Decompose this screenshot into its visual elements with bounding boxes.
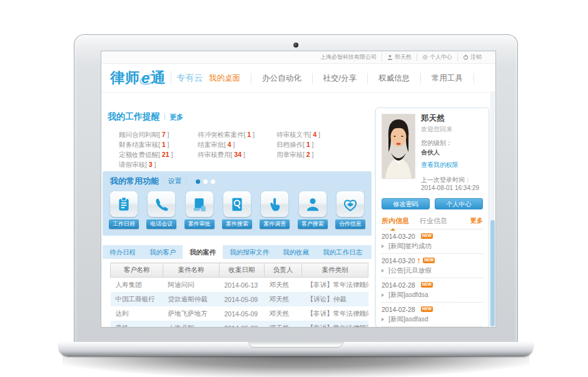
reminders-grid: 顾问合同到期7 财务结案审核1 定额收费提醒21 请假审核3 待冲突检索案件1 … bbox=[108, 129, 370, 169]
nav-social-share[interactable]: 社交/分享 bbox=[313, 73, 368, 84]
reminder-item[interactable]: 定额收费提醒21 bbox=[119, 149, 198, 159]
top-utility-bar: 上海必智科技有限公司 郑天然 个人中心 注销 bbox=[101, 51, 495, 64]
table-header-row: 客户名称 案件名称 收案日期 负责人 案件类别 bbox=[111, 263, 368, 278]
tab-internal-news[interactable]: 所内信息 bbox=[382, 217, 409, 224]
quick-functions-title: 我的常用功能 bbox=[110, 176, 159, 187]
reminder-item[interactable]: 归档操作1 bbox=[276, 139, 364, 149]
carousel-dot-active[interactable] bbox=[196, 179, 200, 184]
tab-my-clients[interactable]: 我的客户 bbox=[143, 245, 183, 259]
news-tabs: 所内信息 行业信息 更多 bbox=[382, 216, 483, 229]
col-client-name: 客户名称 bbox=[111, 263, 163, 278]
col-owner: 负责人 bbox=[265, 263, 302, 278]
divider bbox=[186, 178, 186, 184]
work-reminders-section: 我的工作提醒更多 顾问合同到期7 财务结案审核1 定额收费提醒21 请假审核3 … bbox=[108, 111, 370, 169]
profile-level-value: 合伙人 bbox=[421, 149, 479, 157]
logo-text-left: 律师 bbox=[110, 68, 140, 88]
search-doc-icon bbox=[229, 196, 245, 213]
content-tabs: 待办日程 我的客户 我的案件 我的报审文件 我的收藏 我的工作日志 bbox=[103, 245, 372, 259]
arrow-right-icon bbox=[382, 244, 386, 248]
reminder-item[interactable]: 结案审批4 bbox=[198, 139, 276, 149]
carousel-dots bbox=[196, 179, 215, 184]
reminder-item[interactable]: 财务结案审核1 bbox=[119, 139, 198, 149]
power-icon bbox=[463, 54, 469, 60]
browser-screen: 上海必智科技有限公司 郑天然 个人中心 注销 律师 e 通 专有云 bbox=[101, 51, 496, 328]
func-work-schedule[interactable]: 工作日程 bbox=[109, 191, 139, 229]
last-login-label: 上一次登录时间： bbox=[421, 176, 479, 184]
functions-settings-link[interactable]: 设置 bbox=[168, 177, 181, 186]
cases-table: 客户名称 案件名称 收案日期 负责人 案件类别 人寿集团阿迪问问2014-06-… bbox=[110, 263, 368, 328]
quick-functions-section: 我的常用功能 设置 工作日程 电话会议 bbox=[103, 171, 372, 236]
func-case-investigate[interactable]: 案件调查 bbox=[260, 191, 290, 229]
profile-sidebar-card: 郑天然 欢迎您回来 您的级别： 合伙人 查看我的权限 上一次登录时间： 2014… bbox=[375, 108, 489, 328]
nav-authority-info[interactable]: 权威信息 bbox=[368, 73, 421, 84]
reminder-item[interactable]: 顾问合同到期7 bbox=[119, 129, 198, 139]
quick-functions-row: 工作日程 电话会议 案件审批 案件搜索 案件调查 bbox=[103, 187, 372, 229]
main-nav: 我的桌面 办公自动化 社交/分享 权威信息 常用工具 bbox=[198, 64, 474, 92]
news-more-link[interactable]: 更多 bbox=[470, 216, 483, 225]
tab-my-work-log[interactable]: 我的工作日志 bbox=[316, 245, 369, 259]
news-item[interactable]: 2014-02-28NEW [新闻]asdfasd bbox=[382, 303, 483, 327]
avatar bbox=[382, 114, 415, 179]
table-row[interactable]: 人寿集团阿迪问问2014-06-13邓天然【非诉】常年法律顾问 bbox=[111, 278, 368, 293]
change-password-button[interactable]: 修改密码 bbox=[382, 198, 430, 209]
profile-info: 郑天然 欢迎您回来 您的级别： 合伙人 查看我的权限 上一次登录时间： 2014… bbox=[421, 114, 479, 193]
reminder-item[interactable]: 待审核文书4 bbox=[276, 129, 364, 139]
profile-level-label: 您的级别： bbox=[421, 139, 479, 148]
func-cooperation-info[interactable]: 合作信息 bbox=[335, 191, 365, 229]
reminder-item[interactable]: 请假审核3 bbox=[119, 159, 198, 169]
new-badge: NEW bbox=[421, 306, 433, 312]
arrow-right-icon bbox=[382, 318, 386, 321]
nav-office-automation[interactable]: 办公自动化 bbox=[251, 73, 313, 84]
arrow-right-icon bbox=[382, 269, 386, 273]
logout-link[interactable]: 注销 bbox=[457, 53, 487, 61]
stamp-doc-icon bbox=[191, 196, 208, 213]
reminder-item[interactable]: 待审核费用34 bbox=[198, 149, 276, 159]
webcam-dot bbox=[293, 43, 298, 48]
view-permissions-link[interactable]: 查看我的权限 bbox=[421, 161, 479, 169]
func-client-search[interactable]: 客户搜索 bbox=[298, 191, 328, 229]
reminders-more-link[interactable]: 更多 bbox=[170, 113, 183, 121]
reminders-col-2: 待冲突检索案件1 结案审批4 待审核费用34 bbox=[198, 129, 276, 169]
laptop-base bbox=[59, 342, 533, 356]
news-item[interactable]: 2014-03-20!NEW [公告]元旦放假 bbox=[382, 254, 483, 278]
reminder-item[interactable]: 用章审核2 bbox=[276, 149, 364, 159]
last-login-value: 2014-08-01 16:34:29 bbox=[421, 184, 479, 193]
news-item[interactable]: 2014-03-20NEW [新闻]签约成功 bbox=[382, 229, 483, 254]
tab-my-favorites[interactable]: 我的收藏 bbox=[276, 245, 316, 259]
handshake-heart-icon bbox=[342, 196, 358, 213]
scrollbar-thumb[interactable] bbox=[490, 220, 495, 326]
tab-industry-news[interactable]: 行业信息 bbox=[420, 217, 447, 224]
personal-center-link[interactable]: 个人中心 bbox=[417, 53, 457, 61]
arrow-right-icon bbox=[382, 293, 386, 297]
table-row[interactable]: 中国工商银行贷款逾期仲裁2014-05-09邓天然【诉讼】仲裁 bbox=[111, 292, 368, 306]
func-case-search[interactable]: 案件搜索 bbox=[222, 191, 252, 229]
reminders-col-1: 顾问合同到期7 财务结案审核1 定额收费提醒21 请假审核3 bbox=[119, 129, 198, 169]
quick-functions-header: 我的常用功能 设置 bbox=[103, 171, 372, 187]
tab-my-cases[interactable]: 我的案件 bbox=[183, 245, 223, 259]
tab-my-review-docs[interactable]: 我的报审文件 bbox=[223, 245, 276, 259]
carousel-dot[interactable] bbox=[211, 179, 215, 184]
carousel-dot[interactable] bbox=[203, 179, 208, 184]
tab-todo-schedule[interactable]: 待办日程 bbox=[103, 245, 143, 259]
divider bbox=[165, 114, 165, 120]
table-row[interactable]: 康机上海必智2014-05-08邓天然【非诉】常年法律顾问 bbox=[111, 321, 368, 328]
current-user[interactable]: 郑天然 bbox=[382, 53, 417, 61]
news-list: 2014-03-20NEW [新闻]签约成功 2014-03-20!NEW [公… bbox=[382, 229, 483, 328]
logo-e-swirl-icon: e bbox=[141, 71, 150, 86]
reminder-item[interactable]: 待冲突检索案件1 bbox=[198, 129, 276, 139]
nav-common-tools[interactable]: 常用工具 bbox=[421, 73, 474, 84]
divider bbox=[163, 178, 164, 184]
col-intake-date: 收案日期 bbox=[220, 263, 265, 278]
site-logo: 律师 e 通 专有云 bbox=[110, 68, 203, 88]
table-row[interactable]: 达到萨地飞萨地方2014-05-09邓天然【非诉】常年法律顾问 bbox=[111, 306, 368, 321]
profile-name: 郑天然 bbox=[421, 114, 479, 124]
func-case-approval[interactable]: 案件审批 bbox=[185, 191, 215, 229]
func-phone-conference[interactable]: 电话会议 bbox=[146, 191, 176, 229]
col-case-type: 案件类别 bbox=[302, 263, 368, 278]
profile-block: 郑天然 欢迎您回来 您的级别： 合伙人 查看我的权限 上一次登录时间： 2014… bbox=[382, 114, 483, 193]
news-item[interactable]: 2014-02-28NEW [新闻]asdfdsa bbox=[382, 278, 483, 303]
news-item[interactable]: 2014-02-28NEW [新闻]test bbox=[382, 327, 483, 328]
personal-center-button[interactable]: 个人中心 bbox=[435, 198, 483, 209]
hand-pointer-icon bbox=[266, 196, 283, 213]
nav-my-desktop[interactable]: 我的桌面 bbox=[198, 73, 251, 84]
